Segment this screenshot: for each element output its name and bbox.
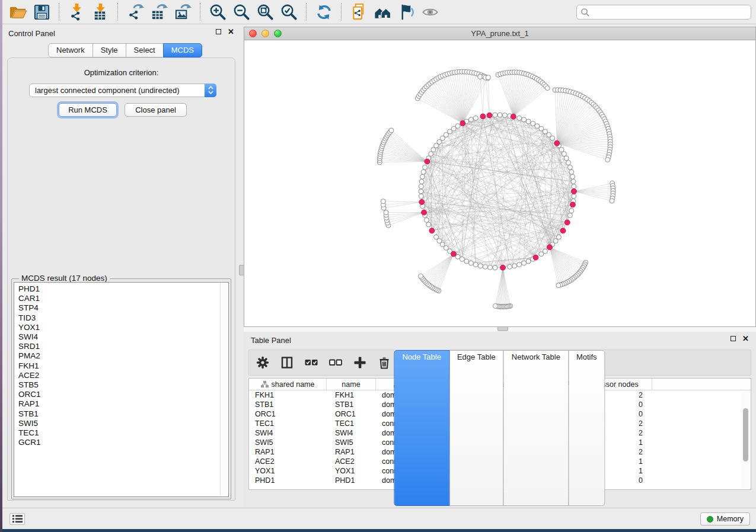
- mcds-list-scrollbar[interactable]: [220, 283, 228, 496]
- mcds-result-item[interactable]: PMA2: [18, 351, 228, 361]
- hide-details-button[interactable]: [394, 2, 418, 22]
- cytoscape-window: Control Panel ✕ NetworkStyleSelectMCDS O…: [2, 0, 756, 529]
- mcds-result-item[interactable]: SWI5: [18, 419, 228, 428]
- tab-style[interactable]: Style: [92, 43, 126, 57]
- tab-select[interactable]: Select: [126, 43, 164, 57]
- column-header-name[interactable]: name: [327, 379, 376, 390]
- table-cell[interactable]: TEC1: [249, 419, 327, 428]
- columns-icon: [280, 356, 294, 369]
- unselect-all-button[interactable]: [328, 354, 343, 371]
- export-image-button[interactable]: [171, 2, 194, 22]
- memory-button[interactable]: Memory: [700, 512, 750, 525]
- zoom-selected-button[interactable]: [277, 2, 301, 22]
- mcds-result-item[interactable]: ORC1: [18, 390, 228, 399]
- mcds-result-title: MCDS result (17 nodes): [19, 274, 110, 283]
- mcds-result-item[interactable]: TEC1: [18, 428, 228, 438]
- mcds-result-item[interactable]: STP4: [18, 303, 228, 313]
- table-cell[interactable]: ORC1: [327, 409, 376, 419]
- table-cell[interactable]: SWI5: [327, 438, 376, 447]
- close-panel-button[interactable]: Close panel: [125, 103, 187, 117]
- mcds-result-item[interactable]: GCR1: [18, 438, 228, 447]
- mcds-result-item[interactable]: STB5: [18, 380, 228, 390]
- table-cell[interactable]: FKH1: [327, 390, 376, 400]
- open-folder-button[interactable]: [6, 2, 30, 22]
- table-cell[interactable]: RAP1: [249, 447, 327, 457]
- export-table-button[interactable]: [147, 2, 171, 22]
- table-cell[interactable]: YOX1: [249, 466, 327, 476]
- export-network-button[interactable]: [123, 2, 147, 22]
- horizontal-splitter[interactable]: [244, 327, 756, 332]
- list-icon: [12, 515, 23, 523]
- float-panel-icon[interactable]: [216, 29, 221, 34]
- table-cell[interactable]: FKH1: [249, 390, 327, 400]
- delete-column-button[interactable]: [377, 354, 392, 371]
- share-document-button[interactable]: [347, 2, 371, 22]
- refresh-button[interactable]: [312, 2, 336, 22]
- tab-motifs[interactable]: Motifs: [568, 350, 605, 506]
- table-cell[interactable]: PHD1: [249, 476, 327, 485]
- zoom-in-button[interactable]: [206, 2, 229, 22]
- maximize-window-icon[interactable]: [274, 30, 282, 37]
- close-panel-icon[interactable]: ✕: [228, 29, 234, 34]
- gear-button[interactable]: [255, 354, 270, 371]
- network-canvas[interactable]: [244, 40, 755, 326]
- columns-button[interactable]: [279, 354, 295, 371]
- tab-edge-table[interactable]: Edge Table: [449, 350, 504, 506]
- table-cell[interactable]: SWI4: [327, 428, 376, 438]
- table-scrollbar[interactable]: [742, 392, 749, 488]
- table-panel-title: Table Panel: [251, 336, 291, 345]
- float-table-panel-icon[interactable]: [731, 336, 736, 341]
- table-cell[interactable]: ACE2: [327, 457, 376, 466]
- optimization-criterion-dropdown[interactable]: largest connected component (undirected): [29, 84, 216, 97]
- mcds-result-item[interactable]: STB1: [18, 409, 228, 419]
- main-toolbar: [2, 0, 756, 24]
- save-button[interactable]: [30, 2, 53, 22]
- mcds-result-item[interactable]: TID3: [18, 313, 228, 323]
- table-cell[interactable]: SWI4: [249, 428, 327, 438]
- mcds-result-item[interactable]: CAR1: [18, 294, 228, 303]
- select-all-button[interactable]: [304, 354, 319, 371]
- search-input[interactable]: [576, 5, 751, 20]
- table-cell[interactable]: TEC1: [327, 419, 376, 428]
- mcds-result-item[interactable]: FKH1: [18, 361, 228, 371]
- task-history-button[interactable]: [9, 513, 25, 525]
- table-cell[interactable]: STB1: [249, 400, 327, 409]
- mcds-result-item[interactable]: PHD1: [18, 284, 228, 294]
- memory-status-icon: [707, 516, 713, 523]
- table-cell[interactable]: STB1: [327, 400, 376, 409]
- mcds-result-item[interactable]: YOX1: [18, 323, 228, 332]
- table-scrollbar-thumb[interactable]: [743, 408, 748, 462]
- column-header-shared-name[interactable]: shared name: [249, 379, 327, 390]
- table-cell[interactable]: RAP1: [327, 447, 376, 457]
- tab-node-table[interactable]: Node Table: [394, 350, 449, 506]
- tab-mcds[interactable]: MCDS: [163, 43, 202, 57]
- mcds-result-item[interactable]: ACE2: [18, 371, 228, 380]
- table-tabs: Node TableEdge TableNetwork TableMotifs: [394, 350, 605, 506]
- table-cell[interactable]: PHD1: [327, 476, 376, 485]
- network-window-titlebar[interactable]: YPA_prune.txt_1: [244, 27, 755, 40]
- mcds-result-list[interactable]: PHD1CAR1STP4TID3YOX1SWI4SRD1PMA2FKH1ACE2…: [14, 282, 229, 497]
- table-cell[interactable]: ORC1: [249, 409, 327, 419]
- mcds-result-item[interactable]: SWI4: [18, 332, 228, 342]
- table-cell[interactable]: ACE2: [249, 457, 327, 466]
- mcds-result-item[interactable]: SRD1: [18, 342, 228, 351]
- zoom-in-icon: [209, 3, 227, 21]
- zoom-fit-button[interactable]: [253, 2, 277, 22]
- import-table-button[interactable]: [88, 2, 112, 22]
- add-column-button[interactable]: [352, 354, 368, 371]
- import-network-button[interactable]: [65, 2, 88, 22]
- run-mcds-button[interactable]: Run MCDS: [59, 103, 117, 117]
- tab-network[interactable]: Network: [48, 43, 93, 57]
- export-table-icon: [150, 3, 168, 21]
- table-cell[interactable]: YOX1: [327, 466, 376, 476]
- zoom-out-button[interactable]: [229, 2, 253, 22]
- network-graph[interactable]: [244, 40, 755, 326]
- close-table-panel-icon[interactable]: ✕: [742, 336, 749, 341]
- table-cell[interactable]: SWI5: [249, 438, 327, 447]
- minimize-window-icon[interactable]: [261, 30, 269, 37]
- zoom-fit-icon: [256, 3, 275, 21]
- tab-network-table[interactable]: Network Table: [503, 350, 569, 506]
- close-window-icon[interactable]: [249, 30, 257, 37]
- mcds-result-item[interactable]: RAP1: [18, 399, 228, 409]
- houses-button[interactable]: [371, 2, 394, 22]
